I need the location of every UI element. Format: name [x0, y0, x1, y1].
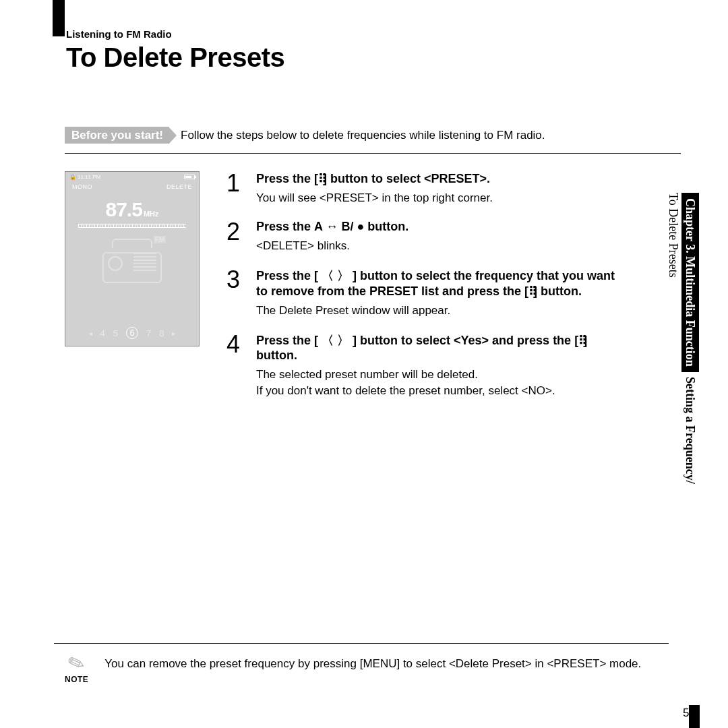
before-you-start-tag: Before you start! — [65, 127, 169, 144]
manual-page: Listening to FM Radio To Delete Presets … — [54, 28, 681, 413]
step-1-strong: Press the [⠿] button to select <PRESET>. — [256, 172, 490, 185]
chapter-label: Chapter 3. Multimedia Function — [681, 193, 699, 372]
step-number: 1 — [226, 171, 244, 205]
sidetab-line1: Setting a Frequency/ — [684, 377, 697, 484]
preset-7: 7 — [146, 328, 151, 338]
preset-current: 6 — [126, 327, 138, 339]
preset-right-icon: ▸ — [172, 330, 175, 337]
divider — [65, 153, 681, 154]
battery-icon — [184, 175, 195, 179]
preset-4: 4 — [100, 328, 105, 338]
page-title: To Delete Presets — [66, 42, 681, 73]
frequency-value: 87.5 — [106, 198, 142, 220]
steps-list: 1 Press the [⠿] button to select <PRESET… — [226, 171, 681, 413]
top-black-tab — [53, 0, 65, 36]
side-chapter-tab: Chapter 3. Multimedia Function Setting a… — [665, 193, 698, 483]
sidetab-line2: To Delete Presets — [667, 193, 680, 278]
preset-left-icon: ◂ — [89, 330, 92, 337]
step-4-desc: The selected preset number will be delet… — [256, 368, 620, 382]
radio-illustration: FM — [102, 239, 162, 283]
pencil-icon: ✎ — [65, 651, 88, 676]
preset-strip: ◂ 4 5 6 7 8 ▸ — [65, 327, 199, 339]
preset-8: 8 — [159, 328, 164, 338]
step-4-desc2: If you don't want to delete the preset n… — [256, 384, 620, 398]
device-top-labels: MONO DELETE — [65, 182, 199, 191]
step-3-desc: The Delete Preset window will appear. — [256, 304, 620, 317]
content-body: 11:11 PM MONO DELETE 87.5MHz FM ◂ 4 — [65, 171, 681, 413]
grid-button-icon: ⠿ — [318, 172, 323, 185]
device-frequency: 87.5MHz — [65, 198, 199, 221]
step-3-strong: Press the [ 〈 〉 ] button to select the f… — [256, 269, 615, 298]
note-icon-col: ✎ NOTE — [65, 653, 88, 684]
device-time: 11:11 PM — [69, 174, 100, 180]
breadcrumb: Listening to FM Radio — [66, 28, 681, 40]
note-divider — [54, 643, 669, 644]
note-section: ✎ NOTE You can remove the preset frequen… — [54, 638, 669, 684]
step-2-strong: Press the A ↔ B/ ● button. — [256, 220, 408, 233]
step-number: 2 — [226, 220, 244, 253]
frequency-ruler — [78, 224, 186, 228]
page-corner-mark — [689, 705, 700, 728]
before-you-start-row: Before you start! Follow the steps below… — [65, 127, 681, 144]
step-2: 2 Press the A ↔ B/ ● button. <DELETE> bl… — [226, 220, 620, 253]
step-number: 3 — [226, 268, 244, 317]
step-1-desc: You will see <PRESET> in the top right c… — [256, 191, 493, 205]
preset-5: 5 — [113, 328, 118, 338]
device-mockup: 11:11 PM MONO DELETE 87.5MHz FM ◂ 4 — [65, 171, 200, 346]
device-mono-label: MONO — [72, 183, 92, 190]
device-delete-label: DELETE — [166, 183, 192, 190]
note-text: You can remove the preset frequency by p… — [104, 657, 641, 671]
step-2-desc: <DELETE> blinks. — [256, 239, 408, 253]
step-3: 3 Press the [ 〈 〉 ] button to select the… — [226, 268, 620, 317]
step-4-strong: Press the [ 〈 〉 ] button to select <Yes>… — [256, 334, 587, 362]
note-label: NOTE — [65, 675, 88, 684]
step-1: 1 Press the [⠿] button to select <PRESET… — [226, 171, 620, 205]
frequency-unit: MHz — [144, 210, 159, 218]
step-4: 4 Press the [ 〈 〉 ] button to select <Ye… — [226, 332, 620, 398]
device-status-bar: 11:11 PM — [65, 172, 199, 182]
step-number: 4 — [226, 332, 244, 398]
fm-label: FM — [154, 236, 166, 243]
ab-button-icon: A ↔ B/ ● — [314, 220, 364, 233]
before-you-start-text: Follow the steps below to delete frequen… — [181, 129, 545, 142]
